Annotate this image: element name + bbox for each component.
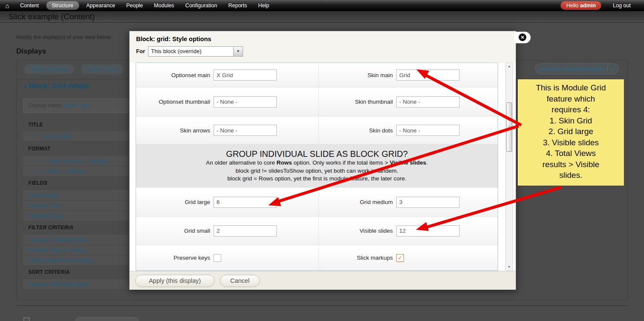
note-line: 3. Visible slides [518, 137, 624, 148]
hello-user-badge[interactable]: Hello admin [561, 1, 601, 10]
row-content-body[interactable]: Content: Body [23, 211, 128, 221]
for-select[interactable]: This block (override) ▼ [148, 46, 243, 57]
form-row: Preserve keys Slick markups ✓ [136, 245, 498, 271]
tab-block-3d-back[interactable]: Block: 3d back [24, 64, 74, 75]
row-title-label: Title: [29, 133, 40, 139]
section-fields-heading: FIELDS [23, 180, 128, 189]
row-show-settings-link[interactable]: Settings [66, 168, 86, 174]
skin-thumbnail-label: Skin thumbnail [319, 99, 393, 105]
page-title: Slick example (Content) [9, 12, 95, 21]
select-dropdown-button[interactable]: ▼ [233, 46, 243, 57]
display-name-label: Display name: [29, 102, 62, 108]
form-cell: Skin arrows [136, 117, 319, 144]
button-divider [607, 66, 608, 72]
skin-arrows-label: Skin arrows [136, 127, 210, 134]
optionset-main-input[interactable] [214, 69, 277, 81]
for-select-value: This block (override) [148, 46, 234, 57]
display-name-row[interactable]: Display name: Block: grid [23, 99, 128, 113]
menu-item-modules[interactable]: Modules [148, 0, 180, 11]
apply-button[interactable]: Apply (this display) [135, 275, 214, 287]
note-line: 4. Total Views [518, 148, 624, 159]
optionset-main-label: Optionset main [136, 72, 210, 78]
preserve-keys-checkbox[interactable] [214, 254, 221, 262]
tab-block-main[interactable]: Block: main [80, 64, 124, 75]
row-title-value: Slick X: grid [42, 133, 71, 139]
menu-item-appearance[interactable]: Appearance [81, 0, 121, 11]
preserve-keys-label: Preserve keys [136, 255, 210, 261]
row-content-title[interactable]: Content: Title [23, 201, 128, 211]
form-cell: Skin dots [319, 117, 498, 144]
slick-markups-checkbox[interactable]: ✓ [396, 254, 404, 262]
skin-arrows-input[interactable] [214, 125, 277, 136]
scrollbar-thumb[interactable] [506, 102, 512, 152]
section-format-heading: FORMAT [23, 146, 128, 154]
skin-main-input[interactable] [396, 69, 460, 81]
row-show[interactable]: Show:Fields|Settings [23, 166, 128, 177]
form-cell: Optionset thumbnail [136, 87, 319, 116]
group-section-line3: block grid = Rows option, yet the first … [136, 175, 498, 183]
row-label: Field: Image:fid (not empty) [29, 258, 94, 264]
bottom-checkbox[interactable] [24, 318, 30, 321]
grid-small-label: Grid small [136, 228, 210, 234]
chevron-down-icon: ▾ [611, 66, 614, 71]
row-format[interactable]: Format:Slick carousel|Settings [23, 156, 128, 166]
section-divider [16, 305, 628, 306]
menu-item-content[interactable]: Content [15, 0, 45, 11]
intro-text: Modify the display(s) of your view below [16, 34, 111, 40]
menu-item-help[interactable]: Help [252, 0, 275, 11]
row-sort-post-date[interactable]: Content: Post date (desc) [23, 279, 128, 290]
text-bold: Rows [276, 159, 292, 166]
row-title[interactable]: Title:Slick X: grid [23, 131, 128, 141]
style-options-dialog: Block: grid: Style options For This bloc… [129, 31, 516, 290]
row-label: Field: Image [29, 192, 58, 198]
dialog-scrollbar[interactable]: ▲ ▼ [505, 63, 513, 271]
section-sort-heading: SORT CRITERIA [23, 269, 128, 278]
note-line: requires 4: [518, 104, 624, 115]
skin-main-label: Skin main [319, 72, 393, 78]
form-row: Grid large Grid medium [136, 188, 498, 217]
row-field-image[interactable]: Field: Image [23, 190, 128, 201]
scroll-up-button[interactable]: ▲ [506, 63, 513, 70]
menu-item-configuration[interactable]: Configuration [180, 0, 223, 11]
form-cell: Skin main [319, 63, 498, 87]
group-section-line1: An older alternative to core Rows option… [136, 159, 498, 167]
row-show-label: Show: [29, 168, 44, 174]
grid-medium-label: Grid medium [319, 199, 393, 205]
slick-markups-label: Slick markups [319, 255, 393, 261]
menu-item-structure[interactable]: Structure [46, 1, 79, 10]
text: An older alternative to core [206, 159, 276, 166]
visible-slides-input[interactable] [396, 225, 460, 237]
note-line: This is Module Grid [518, 82, 624, 93]
text: . [426, 159, 428, 166]
scroll-down-button[interactable]: ▼ [506, 264, 513, 270]
row-label: Content: Post date (desc) [29, 282, 89, 288]
text-bold: Visible slides [390, 159, 426, 166]
home-icon[interactable]: ⌂ [0, 2, 15, 9]
grid-large-input[interactable] [214, 197, 277, 208]
row-filter-published[interactable]: Content: Published (Yes) [23, 235, 128, 245]
grid-large-label: Grid large [136, 199, 210, 205]
skin-thumbnail-input[interactable] [396, 96, 460, 108]
bottom-button[interactable] [75, 317, 139, 321]
note-line: 2. Grid large [518, 126, 624, 137]
note-line: slides. [518, 170, 624, 181]
note-line: 1. Skin Grid [518, 115, 624, 126]
row-filter-image-fid[interactable]: Field: Image:fid (not empty) [23, 255, 128, 266]
note-line: results > Visible [518, 159, 624, 170]
menu-item-reports[interactable]: Reports [223, 0, 252, 11]
thumb-grip [508, 126, 511, 126]
page-header: Slick example (Content) [0, 11, 644, 23]
skin-dots-input[interactable] [396, 125, 460, 136]
logout-link[interactable]: Log out [607, 0, 636, 11]
row-filter-type[interactable]: Content: Type (= Article) [23, 245, 128, 255]
row-format-settings-link[interactable]: Settings [89, 158, 108, 164]
row-label: Content: Body [29, 213, 62, 219]
edit-view-name-button[interactable]: edit view name/description ▾ [535, 63, 619, 74]
grid-small-input[interactable] [214, 225, 277, 237]
cancel-button[interactable]: Cancel [220, 275, 260, 287]
grid-medium-input[interactable] [396, 197, 460, 208]
close-icon[interactable]: ✕ [518, 33, 527, 42]
block-grid-details-heading[interactable]: ▾Block: Grid details [24, 82, 89, 90]
optionset-thumbnail-input[interactable] [214, 96, 277, 108]
menu-item-people[interactable]: People [121, 0, 148, 11]
